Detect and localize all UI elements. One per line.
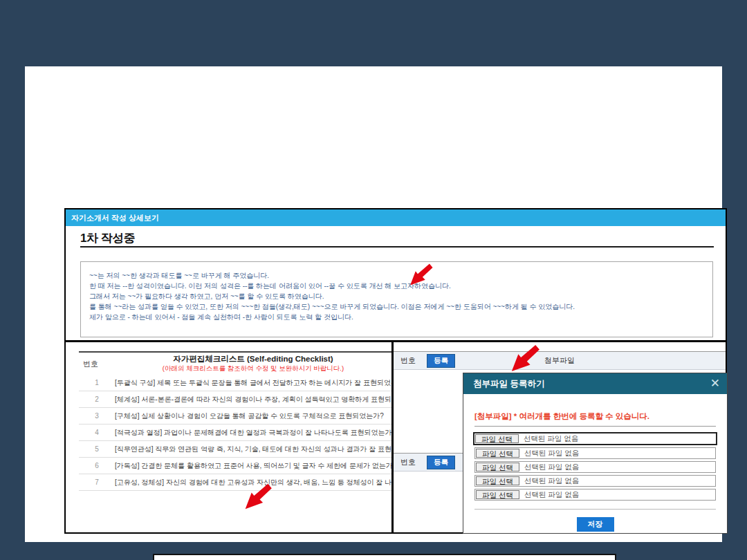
checklist-title: 자가편집체크리스트 (Self-editing Checklist) <box>115 354 391 364</box>
draft-status-heading: 1차 작성중 <box>80 230 135 246</box>
essay-line: 한 때 저는 --한 성격이였습니다. 이런 저의 성격은 --를 하는데 어려… <box>89 281 704 291</box>
modal-titlebar: 첨부파일 등록하기 ✕ <box>463 373 727 394</box>
checklist-table: 번호 자가편집체크리스트 (Self-editing Checklist) (아… <box>79 351 391 491</box>
panel-titlebar: 자기소개서 작성 상세보기 <box>66 209 726 226</box>
table-row: 7 [고유성, 정체성] 자신의 경험에 대한 고유성과 자신만의 생각, 배움… <box>79 474 391 491</box>
page-sheet: 자기소개서 작성 상세보기 1차 작성중 ~~는 저의 ~~한 생각과 태도를 … <box>25 66 722 542</box>
file-input[interactable]: 파일 선택 선택된 파일 없음 <box>474 461 716 473</box>
section-divider-horizontal <box>66 340 726 342</box>
file-select-button[interactable]: 파일 선택 <box>476 463 519 472</box>
attachment-upload-modal: 첨부파일 등록하기 ✕ [첨부파일] * 여러개를 한번에 등록할 수 있습니다… <box>463 373 728 534</box>
checklist-header: 번호 자가편집체크리스트 (Self-editing Checklist) (아… <box>79 351 391 375</box>
file-select-button[interactable]: 파일 선택 <box>476 476 519 485</box>
file-input-status: 선택된 파일 없음 <box>524 434 578 444</box>
heading-rule <box>80 246 714 248</box>
modal-title: 첨부파일 등록하기 <box>473 378 544 390</box>
checklist-col-no: 번호 <box>79 359 115 369</box>
register-attachment-button[interactable]: 등록 <box>427 354 455 368</box>
file-input[interactable]: 파일 선택 선택된 파일 없음 <box>473 432 717 445</box>
file-input[interactable]: 파일 선택 선택된 파일 없음 <box>474 447 716 459</box>
essay-line: 그래서 저는 ~~가 필요하다 생각 하였고, 먼저 ~~를 할 수 있도록 하… <box>89 291 704 301</box>
essay-textarea[interactable]: ~~는 저의 ~~한 생각과 태도를 ~~로 바꾸게 해 주었습니다. 한 때 … <box>80 261 713 337</box>
file-select-button[interactable]: 파일 선택 <box>475 434 519 443</box>
table-row: 4 [적극성과 열정] 과업이나 문제해결에 대한 열정과 극복과정이 잘 나타… <box>79 424 391 441</box>
file-input-status: 선택된 파일 없음 <box>524 490 579 500</box>
essay-line: ~~는 저의 ~~한 생각과 태도를 ~~로 바꾸게 해 주었습니다. <box>89 270 704 281</box>
divider <box>474 509 716 510</box>
checklist-subtitle: (아래의 체크리스트를 참조하여 수정 및 보완하시기 바랍니다.) <box>115 364 391 373</box>
file-input[interactable]: 파일 선택 선택된 파일 없음 <box>474 475 716 487</box>
modal-save-button[interactable]: 저장 <box>577 517 614 532</box>
table-row: 1 [두괄식 구성] 제목 또는 두괄식 문장을 통해 글에서 전달하고자 하는… <box>79 375 391 391</box>
file-input[interactable]: 파일 선택 선택된 파일 없음 <box>474 489 716 501</box>
table-row: 6 [가독성] 간결한 문체를 활용하였고 표준어 사용, 띄어쓰기 및 글자 … <box>79 458 391 474</box>
table-row: 3 [구체성] 실제 상황이나 경험이 오감을 통해 공감할 수 있도록 구체적… <box>79 408 391 424</box>
attachment-notice: [첨부파일] * 여러개를 한번에 등록할 수 있습니다. <box>474 411 716 422</box>
file-input-status: 선택된 파일 없음 <box>524 449 579 458</box>
essay-line: 를 통해 ~~라는 성과를 얻을 수 있었고, 또한 저의 ~~~한 점을(생각… <box>89 301 704 312</box>
footer-action-bar: 저장 (재수정가능) 인터뷰부터 새로 작성하기 뒤로 <box>153 554 616 560</box>
essay-line: 제가 앞으로 - 하는데 있어서 - 점을 계속 실천하며 -한 사람이 되도록… <box>89 312 704 322</box>
file-input-status: 선택된 파일 없음 <box>524 476 579 486</box>
attachment-table-header: 첨부파일 번호 등록 <box>394 351 726 370</box>
file-select-button[interactable]: 파일 선택 <box>476 490 519 499</box>
register-attachment2-button[interactable]: 등록 <box>427 456 455 469</box>
file-input-status: 선택된 파일 없음 <box>524 463 579 472</box>
close-icon[interactable]: ✕ <box>710 375 720 392</box>
attachment-col-no: 번호 <box>400 457 416 467</box>
divider <box>474 426 716 427</box>
attachment-col-no: 번호 <box>400 355 416 366</box>
table-row: 2 [체계성] 서론-본론-결론에 따라 자신의 경험이나 주장, 계획이 설득… <box>79 391 391 408</box>
file-select-button[interactable]: 파일 선택 <box>476 449 519 458</box>
table-row: 5 [직무연관성] 직무와 연관된 역량 즉, 지식, 기술, 태도에 대한 자… <box>79 441 391 458</box>
